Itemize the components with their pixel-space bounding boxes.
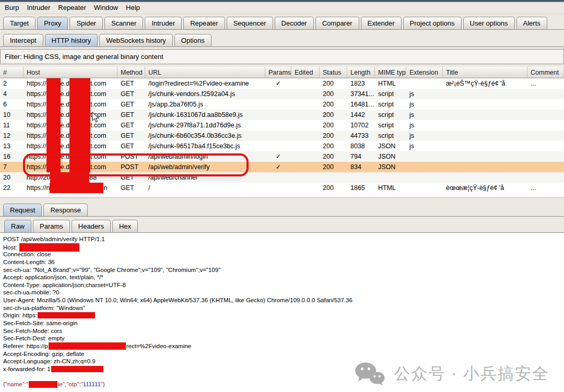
column-header-length[interactable]: Length: [347, 67, 375, 78]
redaction-block: [69, 99, 90, 110]
menu-burp[interactable]: Burp: [5, 2, 19, 14]
viewtab-params[interactable]: Params: [33, 220, 70, 232]
column-header-params[interactable]: Params: [265, 67, 291, 78]
column-header-extension[interactable]: Extension: [406, 67, 443, 78]
main-tab-bar: TargetProxySpiderScannerIntruderRepeater…: [0, 15, 564, 30]
table-row-13[interactable]: 13https://e.dt.comGET/js/chunk-96517ba4.…: [0, 141, 564, 151]
column-header-mime-type[interactable]: MIME type: [375, 67, 406, 78]
text-segment: e.d: [61, 101, 69, 108]
text-segment: t.com: [90, 122, 107, 129]
menu-bar: BurpIntruderRepeaterWindowHelp: [0, 2, 564, 14]
tab-response[interactable]: Response: [43, 204, 88, 216]
text-segment: https://: [27, 80, 46, 87]
cell-params: [265, 183, 291, 193]
tab-intruder[interactable]: Intruder: [145, 17, 182, 29]
text-segment: Accept-Language: zh-CN,zh;q=0.9: [3, 358, 96, 364]
cell-mime-type: script: [375, 110, 406, 120]
cell-method: GET: [118, 183, 145, 193]
cell-extension: js: [406, 130, 443, 141]
cell-method: GET: [118, 130, 145, 141]
redaction-block: [38, 312, 95, 318]
tab-comparer[interactable]: Comparer: [315, 17, 359, 29]
tab-repeater[interactable]: Repeater: [183, 17, 225, 29]
column-header-comment[interactable]: Comment: [527, 67, 564, 78]
cell-status: 200: [320, 141, 347, 151]
subtab-websockets-history[interactable]: WebSockets history: [99, 34, 173, 46]
table-row-2[interactable]: 2https://e.dt.comGET/login?redirect=%2Fv…: [0, 78, 564, 89]
cell-mime-type: script: [375, 120, 406, 130]
text-segment: "}: [101, 381, 105, 387]
viewtab-raw[interactable]: Raw: [4, 220, 31, 232]
tab-proxy[interactable]: Proxy: [37, 17, 68, 29]
column-header-host[interactable]: Host: [24, 67, 118, 78]
subtab-options[interactable]: Options: [174, 34, 212, 46]
table-row-6[interactable]: 6https://e.dt.comGET/js/app.2ba76f05.js2…: [0, 99, 564, 110]
subtab-intercept[interactable]: Intercept: [3, 34, 43, 46]
request-line: [3, 373, 564, 381]
redaction-block: [51, 366, 103, 372]
menu-repeater[interactable]: Repeater: [58, 2, 86, 14]
redaction-block: [19, 243, 79, 252]
menu-window[interactable]: Window: [94, 2, 118, 14]
text-segment: https://: [27, 111, 46, 118]
redaction-block: [46, 120, 61, 130]
text-segment: sec-ch-ua: "Not_A Brand";v="99", "Google…: [3, 267, 220, 273]
tab-target[interactable]: Target: [3, 17, 36, 29]
request-editor[interactable]: POST /api/web/admin/verify HTTP/1.1Host:…: [0, 233, 564, 392]
text-segment: Sec-Fetch-Dest: empty: [3, 335, 65, 341]
table-row-4[interactable]: 4https://e.dt.comGET/js/chunk-vendors.f2…: [0, 89, 564, 99]
text-segment: https://: [27, 153, 46, 160]
viewtab-hex[interactable]: Hex: [112, 220, 138, 232]
redaction-block: [46, 151, 61, 162]
table-row-11[interactable]: 11https://e.dt.comGET/js/chunk-297f8a71.…: [0, 120, 564, 130]
table-row-20[interactable]: 20http://2088GET/api/web/channel: [0, 172, 564, 183]
cell-host: https://nn: [24, 183, 118, 193]
tab-alerts[interactable]: Alerts: [516, 17, 547, 29]
cell-title: [443, 162, 527, 172]
cell-title: [443, 120, 527, 130]
cell-mime-type: JSON: [375, 141, 406, 151]
column-header-url[interactable]: URL: [145, 67, 265, 78]
cell-comment: ...: [527, 78, 564, 89]
column-header-title[interactable]: Title: [443, 67, 527, 78]
table-row-12[interactable]: 12https://e.dt.comGET/js/chunk-6b60c354.…: [0, 130, 564, 141]
tab-request[interactable]: Request: [3, 204, 42, 216]
filter-bar[interactable]: Filter: Hiding CSS, image and general bi…: [0, 49, 564, 64]
column-header-method[interactable]: Method: [118, 67, 145, 78]
cell-edited: [291, 183, 320, 193]
column-header-edited[interactable]: Edited: [291, 67, 320, 78]
menu-help[interactable]: Help: [126, 2, 140, 14]
tab-user-options[interactable]: User options: [463, 17, 515, 29]
menu-intruder[interactable]: Intruder: [27, 2, 50, 14]
subtab-http-history[interactable]: HTTP history: [45, 34, 98, 46]
tab-spider[interactable]: Spider: [69, 17, 103, 29]
tab-scanner[interactable]: Scanner: [104, 17, 143, 29]
table-row-7[interactable]: 7https://e.dt.comPOST/api/web/admin/veri…: [0, 162, 564, 172]
cell-num: 20: [0, 172, 24, 183]
tab-sequencer[interactable]: Sequencer: [227, 17, 273, 29]
table-row-22[interactable]: 22https://nnGET/2001865HTMLèœœæ¦çŸ-è§ƒé¢…: [0, 183, 564, 193]
cell-mime-type: JSON: [375, 162, 406, 172]
table-row-10[interactable]: 10https://e.dt.comGET/js/chunk-1631067d.…: [0, 110, 564, 120]
cell-params: [265, 110, 291, 120]
cell-comment: [527, 120, 564, 130]
tab-decoder[interactable]: Decoder: [275, 17, 314, 29]
tab-extender[interactable]: Extender: [361, 17, 402, 29]
cell-status: 200: [320, 162, 347, 172]
burp-suite-window: BurpIntruderRepeaterWindowHelp TargetPro…: [0, 0, 564, 392]
cell-host: https://e.dt.com: [24, 120, 118, 130]
column-header-status[interactable]: Status: [320, 67, 347, 78]
column-header--[interactable]: #: [0, 67, 24, 78]
redaction-block: [50, 183, 103, 193]
cell-url: /login?redirect=%2Fvideo-examine: [145, 78, 265, 89]
tab-project-options[interactable]: Project options: [403, 17, 462, 29]
viewtab-headers[interactable]: Headers: [72, 220, 111, 232]
text-segment: e.d: [61, 90, 69, 98]
table-row-16[interactable]: 16https://e.dt.comPOST/api/web/admin/log…: [0, 151, 564, 162]
cell-host: https://e.dt.com: [24, 78, 118, 89]
cell-extension: [406, 151, 443, 162]
request-line: Accept-Language: zh-CN,zh;q=0.9: [3, 358, 564, 365]
text-segment: t.com: [90, 90, 107, 98]
table-header-row: #HostMethodURLParamsEditedStatusLengthMI…: [0, 67, 564, 78]
cell-method: GET: [118, 110, 145, 120]
